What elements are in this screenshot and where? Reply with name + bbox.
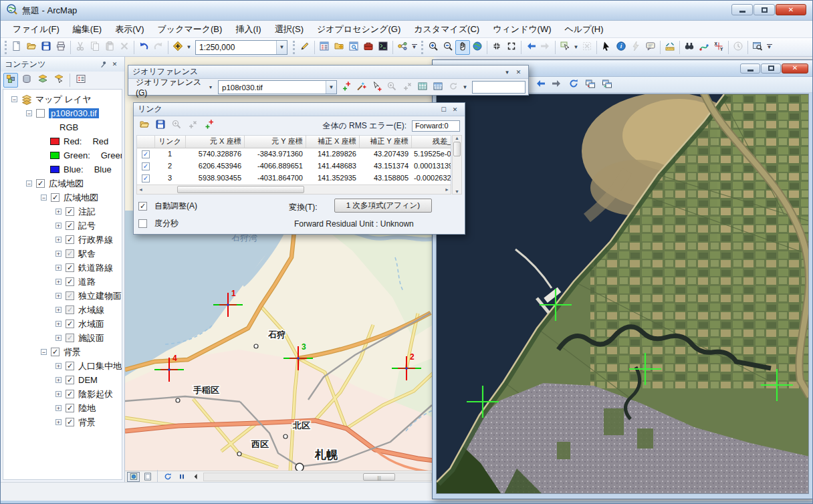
toolbar-grip[interactable] (421, 41, 423, 54)
close-panel-icon[interactable]: ✕ (109, 59, 120, 70)
data-view-button[interactable] (127, 472, 140, 482)
table-vertical-scrollbar[interactable]: ▲▼ (452, 135, 462, 195)
expand-icon[interactable]: + (55, 419, 62, 425)
find-button[interactable] (682, 40, 697, 55)
auto-registration-button[interactable] (354, 80, 368, 95)
chevron-down-icon[interactable]: ▼ (461, 80, 469, 95)
layer-tree-item[interactable]: +✓独立建物面 (3, 289, 122, 303)
link-maximize-icon[interactable]: ☐ (438, 104, 449, 114)
expand-icon[interactable]: + (55, 363, 62, 369)
layer-tree-item[interactable]: −✓広域地図 (3, 191, 122, 205)
expand-icon[interactable]: + (55, 335, 62, 341)
layer-checkbox[interactable]: ✓ (66, 263, 74, 272)
toolbar-overflow-icon[interactable]: ▼ (765, 40, 774, 55)
layer-tree-item[interactable]: Green:Green (3, 148, 122, 162)
viewer-minimize-button[interactable] (740, 64, 760, 74)
layer-checkbox[interactable]: ✓ (66, 404, 74, 412)
layer-tree-item[interactable]: −マップ レイヤ (3, 92, 122, 106)
layer-checkbox[interactable]: ✓ (66, 320, 74, 328)
pause-drawing-button[interactable] (175, 472, 188, 482)
column-header[interactable]: リンク (154, 136, 185, 148)
layer-checkbox[interactable]: ✓ (66, 277, 74, 286)
link-dialog-title-bar[interactable]: リンク ☐ ✕ (134, 103, 465, 116)
layer-checkbox[interactable]: ✓ (66, 207, 74, 216)
menu-item-8[interactable]: カスタマイズ(C) (407, 21, 486, 37)
measure-button[interactable] (663, 40, 677, 55)
layer-tree-item[interactable]: +✓DEM (3, 373, 122, 387)
layer-tree-item[interactable]: +✓駅舎 (3, 247, 122, 261)
column-header[interactable]: 元 Y 座標 (244, 136, 306, 148)
new-document-button[interactable] (9, 40, 24, 55)
menu-item-10[interactable]: ヘルプ(H) (558, 21, 610, 37)
fixed-zoom-out-button[interactable] (504, 40, 519, 55)
expand-icon[interactable]: + (55, 391, 62, 397)
python-window-button[interactable] (376, 40, 390, 55)
layer-checkbox[interactable]: ✓ (36, 179, 45, 188)
toc-window-button[interactable] (317, 40, 332, 55)
sync-viewer-button[interactable] (600, 78, 614, 92)
viewer-close-button[interactable]: ✕ (782, 64, 808, 74)
layer-checkbox[interactable]: ✓ (66, 390, 74, 398)
refresh-button[interactable] (566, 78, 581, 92)
expand-icon[interactable]: + (55, 405, 62, 411)
link-table-dialog[interactable]: リンク ☐ ✕ 全体の RMS エラー(E): Forward:0 リンク元 X… (133, 102, 465, 235)
layer-tree-item[interactable]: +✓鉄道路線 (3, 261, 122, 275)
search-window-button[interactable] (346, 40, 361, 55)
save-button[interactable] (39, 40, 53, 55)
layer-checkbox[interactable]: ✓ (51, 348, 60, 356)
layer-tree-item[interactable]: +✓注記 (3, 205, 122, 219)
viewer-window[interactable]: ✕ (432, 59, 813, 499)
expand-icon[interactable]: + (55, 237, 62, 243)
prev-extent-small-button[interactable] (189, 472, 202, 482)
toolbar-overflow-icon[interactable]: ▼ (410, 40, 419, 55)
refresh-button[interactable] (161, 472, 174, 482)
transform-method-button[interactable]: 1 次多項式(アフィン) (334, 199, 432, 213)
menu-item-4[interactable]: ブックマーク(B) (151, 21, 229, 37)
html-popup-button[interactable] (643, 40, 658, 55)
layer-tree-item[interactable]: +✓施設面 (3, 331, 122, 345)
fixed-zoom-in-button[interactable] (489, 40, 504, 55)
open-project-button[interactable] (137, 118, 152, 133)
go-back-button[interactable] (533, 78, 548, 92)
layer-tree-item[interactable]: +✓水域線 (3, 303, 122, 317)
layer-tree-item[interactable]: +✓記号 (3, 219, 122, 233)
open-project-button[interactable] (24, 40, 39, 55)
menu-item-1[interactable]: ファイル(F) (6, 21, 66, 37)
layer-tree-item[interactable]: RGB (3, 120, 122, 134)
column-header[interactable]: 補正 X 座標 (306, 136, 359, 148)
catalog-window-button[interactable] (332, 40, 346, 55)
pin-icon[interactable] (98, 59, 109, 70)
scrollbar-thumb[interactable]: ||| (363, 473, 395, 481)
column-header[interactable]: 補正 Y 座標 (359, 136, 411, 148)
layer-checkbox[interactable]: ✓ (66, 221, 74, 230)
identify-button[interactable]: i (614, 40, 628, 55)
menu-item-3[interactable]: 表示(V) (108, 21, 150, 37)
list-by-visibility-button[interactable] (35, 73, 50, 88)
layer-tree-item[interactable]: +✓陸地 (3, 401, 122, 415)
view-link-table-button[interactable] (415, 80, 430, 95)
viewer-window-button[interactable] (750, 40, 765, 55)
minimize-button[interactable] (731, 4, 753, 15)
menu-item-6[interactable]: 選択(S) (268, 21, 310, 37)
list-by-selection-button[interactable] (51, 73, 66, 88)
georeferencing-text-input[interactable] (472, 81, 526, 94)
model-builder-button[interactable] (395, 40, 410, 55)
layer-tree-item[interactable]: Red:Red (3, 134, 122, 148)
expand-icon[interactable]: + (55, 279, 62, 285)
table-row[interactable]: ✓35938.903455-4031.864700141.35293543.15… (137, 172, 451, 184)
collapse-icon[interactable]: − (41, 349, 47, 355)
layer-tree-item[interactable]: +✓道路 (3, 275, 122, 289)
find-route-button[interactable] (697, 40, 711, 55)
title-bar[interactable]: 無題 - ArcMap ✕ (1, 1, 812, 21)
layer-tree-item[interactable]: −p108r030.tif (3, 106, 122, 120)
zoom-in-button[interactable] (426, 40, 441, 55)
layout-view-button[interactable] (141, 472, 154, 482)
add-link-button[interactable] (201, 118, 216, 133)
expand-icon[interactable]: + (55, 321, 62, 327)
layer-checkbox[interactable] (36, 109, 45, 118)
add-control-points-button[interactable] (338, 80, 353, 95)
scale-combo-input[interactable] (196, 43, 276, 52)
layer-checkbox[interactable]: ✓ (66, 334, 74, 342)
expand-icon[interactable]: + (55, 209, 62, 215)
expand-icon[interactable]: + (55, 307, 62, 313)
